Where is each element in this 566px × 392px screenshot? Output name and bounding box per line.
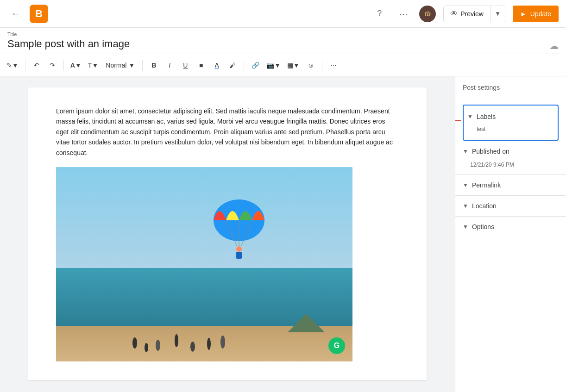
preview-main-button[interactable]: 👁 Preview [444, 6, 490, 22]
permalink-toggle[interactable]: ▼ Permalink [455, 175, 566, 195]
update-button[interactable]: ► Update [513, 6, 559, 22]
svg-point-4 [236, 246, 242, 252]
permalink-chevron-icon: ▼ [463, 182, 468, 188]
more-button[interactable]: ⋯ [326, 58, 341, 73]
underline-button[interactable]: U [178, 58, 193, 73]
step-1-line [455, 120, 461, 121]
title-input[interactable] [7, 38, 546, 54]
chevron-icon: ▼ [128, 62, 135, 69]
editor-image: G [56, 167, 352, 361]
cloud-icon: ☁ [549, 40, 559, 51]
toolbar-divider-2 [63, 60, 64, 71]
location-section: ▼ Location [455, 195, 566, 216]
options-chevron-icon: ▼ [463, 224, 468, 230]
main-layout: Lorem ipsum dolor sit amet, consectetur … [0, 76, 566, 392]
highlight-button[interactable]: 🖌 [225, 58, 240, 73]
svg-point-9 [175, 334, 178, 347]
labels-section: 1 ▼ Labels test [455, 97, 566, 141]
link-button[interactable]: 🔗 [248, 58, 263, 73]
location-label: Location [472, 202, 497, 210]
editor-toolbar: ✎▼ ↶ ↷ A▼ T▼ Normal ▼ B I U ■ A 🖌 🔗 📷▼ ▦… [0, 54, 566, 76]
permalink-section: ▼ Permalink [455, 174, 566, 195]
title-label: Title [7, 31, 559, 37]
apps-button[interactable]: ⋯ [395, 6, 412, 22]
editor-body-text[interactable]: Lorem ipsum dolor sit amet, consectetur … [56, 106, 399, 158]
parachute-svg [214, 199, 264, 260]
svg-point-6 [132, 337, 137, 348]
location-toggle[interactable]: ▼ Location [455, 196, 566, 216]
emoji-button[interactable]: ☺ [303, 58, 318, 73]
svg-point-12 [220, 336, 225, 348]
toolbar-divider-5 [322, 60, 322, 71]
options-section: ▼ Options [455, 216, 566, 237]
topbar-right: ? ⋯ tb 👁 Preview ▼ ► Update [371, 6, 559, 22]
undo-button[interactable]: ↶ [29, 58, 44, 73]
published-on-value: 12/21/20 9:46 PM [455, 162, 566, 174]
published-chevron-icon: ▼ [463, 148, 468, 155]
svg-point-8 [156, 340, 160, 351]
published-on-toggle[interactable]: ▼ Published on [455, 141, 566, 162]
toolbar-divider-3 [142, 60, 143, 71]
labels-value: test [464, 126, 558, 138]
svg-point-10 [190, 342, 195, 352]
back-button[interactable]: ← [7, 6, 24, 22]
grammer-button[interactable]: G [328, 337, 345, 354]
italic-button[interactable]: I [162, 58, 177, 73]
redo-button[interactable]: ↷ [45, 58, 60, 73]
preview-dropdown-button[interactable]: ▼ [490, 6, 505, 22]
pen-tool-button[interactable]: ✎▼ [4, 58, 21, 73]
sidebar-header: Post settings [455, 76, 566, 97]
align-button[interactable]: ■ [194, 58, 208, 73]
published-on-label: Published on [472, 148, 509, 155]
post-settings-sidebar: Post settings 1 ▼ Labels test [455, 76, 566, 392]
options-toggle[interactable]: ▼ Options [455, 217, 566, 237]
beach-people [121, 324, 283, 361]
published-on-section: ▼ Published on 12/21/20 9:46 PM [455, 141, 566, 174]
image-button[interactable]: 📷▼ [264, 58, 283, 73]
avatar[interactable]: tb [419, 6, 436, 22]
preview-button-group: 👁 Preview ▼ [443, 6, 505, 22]
permalink-label: Permalink [472, 181, 501, 189]
title-area: Title ☁ [0, 28, 566, 54]
sky [56, 167, 352, 274]
location-chevron-icon: ▼ [463, 203, 468, 209]
title-input-row: ☁ [7, 38, 559, 54]
blogger-logo: B [30, 5, 48, 23]
bold-button[interactable]: B [146, 58, 161, 73]
text-style-button[interactable]: A▼ [68, 58, 84, 73]
labels-section-highlighted: ▼ Labels test [463, 105, 559, 141]
svg-point-7 [145, 343, 148, 352]
svg-point-11 [207, 338, 211, 350]
topbar: ← B ? ⋯ tb 👁 Preview ▼ ► Update [0, 0, 566, 28]
toolbar-divider-4 [244, 60, 244, 71]
editor-content: Lorem ipsum dolor sit amet, consectetur … [28, 87, 427, 380]
font-size-button[interactable]: T▼ [85, 58, 101, 73]
labels-section-label: Labels [477, 113, 496, 120]
svg-rect-5 [236, 252, 242, 259]
labels-chevron-icon: ▼ [467, 113, 473, 120]
labels-section-toggle[interactable]: ▼ Labels [464, 107, 558, 126]
editor-area[interactable]: Lorem ipsum dolor sit amet, consectetur … [0, 76, 455, 392]
toolbar-divider-1 [25, 60, 25, 71]
format-select[interactable]: Normal ▼ [102, 58, 138, 73]
eye-icon: 👁 [450, 10, 458, 18]
help-button[interactable]: ? [371, 6, 388, 22]
table-button[interactable]: ▦▼ [284, 58, 302, 73]
font-color-button[interactable]: A [209, 58, 224, 73]
update-icon: ► [520, 10, 527, 18]
options-label: Options [472, 223, 494, 230]
